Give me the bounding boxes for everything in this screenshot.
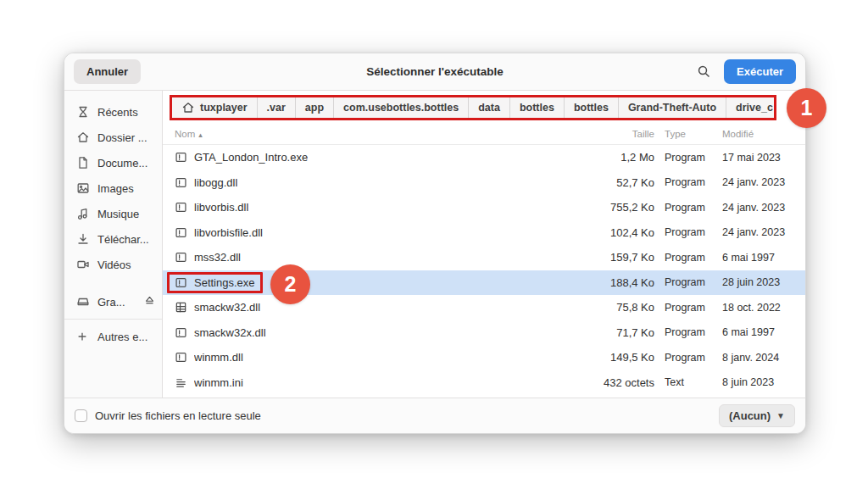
image-icon <box>76 181 90 195</box>
sidebar-item-label: Docume... <box>97 157 147 170</box>
breadcrumb-segment-grand-theft-auto[interactable]: Grand-Theft-Auto <box>619 97 726 118</box>
executable-icon <box>175 326 187 339</box>
breadcrumb-segment-app[interactable]: app <box>296 97 334 118</box>
file-size: 1,2 Mo <box>587 151 654 164</box>
sidebar-item-tlchar[interactable]: Téléchar... <box>64 226 162 252</box>
file-modified: 24 janv. 2023 <box>722 202 793 214</box>
breadcrumb-label: data <box>478 102 500 114</box>
search-icon[interactable] <box>692 60 715 84</box>
titlebar: Annuler Sélectionner l'exécutable Exécut… <box>64 53 805 91</box>
executable-icon <box>175 276 187 289</box>
file-name: winmm.ini <box>194 376 243 389</box>
sidebar: Récents Dossier ... Docume... Images Mus… <box>64 91 163 398</box>
executable-icon <box>175 201 187 214</box>
sidebar-item-images[interactable]: Images <box>64 175 162 201</box>
file-row-mss32-dll[interactable]: mss32.dll 159,7 Ko Program 6 mai 1997 <box>163 245 805 270</box>
breadcrumb-segment-tuxplayer[interactable]: tuxplayer <box>172 97 258 118</box>
file-type: Program <box>665 202 712 214</box>
file-modified: 17 mai 2023 <box>722 152 793 164</box>
drive-icon <box>76 295 90 309</box>
file-size: 75,8 Ko <box>587 301 654 314</box>
readonly-checkbox[interactable] <box>75 409 87 422</box>
breadcrumb-segment-drive-c[interactable]: drive_c <box>726 97 776 118</box>
sidebar-item-label: Téléchar... <box>97 233 149 246</box>
file-size: 149,5 Ko <box>587 351 654 364</box>
video-icon <box>76 258 90 271</box>
breadcrumb-label: drive_c <box>736 102 773 114</box>
file-size: 755,2 Ko <box>587 201 654 214</box>
download-icon <box>76 232 90 246</box>
sidebar-item-label: Dossier ... <box>97 131 147 144</box>
executable-icon <box>175 226 187 239</box>
file-size: 159,7 Ko <box>587 251 654 264</box>
cancel-button[interactable]: Annuler <box>74 59 141 84</box>
file-size: 71,7 Ko <box>587 326 654 339</box>
breadcrumb-segment-data[interactable]: data <box>469 97 510 118</box>
sidebar-item-vidos[interactable]: Vidéos <box>64 252 162 277</box>
executable-icon <box>175 176 187 189</box>
file-name: Settings.exe <box>194 276 255 289</box>
breadcrumb-segment--var[interactable]: .var <box>258 97 296 118</box>
breadcrumb-segment-com-usebottles-bottles[interactable]: com.usebottles.bottles <box>334 97 469 118</box>
file-size: 102,4 Ko <box>587 226 654 239</box>
file-name: mss32.dll <box>194 251 241 264</box>
executable-icon <box>175 251 187 264</box>
annotation-box-filename: Settings.exe <box>167 272 263 293</box>
executable-icon <box>175 351 187 364</box>
breadcrumb-label: tuxplayer <box>200 102 248 114</box>
file-type: Program <box>665 276 712 288</box>
file-modified: 8 juin 2023 <box>722 376 793 388</box>
file-row-winmm-dll[interactable]: winmm.dll 149,5 Ko Program 8 janv. 2024 <box>163 345 805 370</box>
breadcrumb-segment-bottles[interactable]: bottles <box>510 97 565 118</box>
file-row-libvorbis-dll[interactable]: libvorbis.dll 755,2 Ko Program 24 janv. … <box>163 195 805 220</box>
sidebar-item-musique[interactable]: Musique <box>64 201 162 226</box>
file-type: Program <box>665 252 712 264</box>
sidebar-item-dossier[interactable]: Dossier ... <box>64 125 162 150</box>
file-row-winmm-ini[interactable]: winmm.ini 432 octets Text 8 juin 2023 <box>163 370 805 396</box>
file-row-libvorbisfile-dll[interactable]: libvorbisfile.dll 102,4 Ko Program 24 ja… <box>163 220 805 246</box>
sidebar-item-label: Musique <box>97 208 139 220</box>
pathbar-region: tuxplayer.varappcom.usebottles.bottlesda… <box>163 91 805 124</box>
sidebar-item-rcents[interactable]: Récents <box>64 99 162 125</box>
breadcrumb-label: bottles <box>574 102 609 114</box>
text-lines-icon <box>175 376 187 389</box>
sidebar-item-label: Vidéos <box>97 259 131 271</box>
file-size: 188,4 Ko <box>587 276 654 289</box>
execute-button[interactable]: Exécuter <box>724 59 796 84</box>
eject-icon[interactable] <box>144 295 155 309</box>
breadcrumb-label: bottles <box>520 102 554 114</box>
home-icon <box>181 101 195 114</box>
main-pane: tuxplayer.varappcom.usebottles.bottlesda… <box>163 91 805 398</box>
file-type: Program <box>665 302 712 314</box>
sidebar-item-other-locations[interactable]: Autres e... <box>64 324 162 349</box>
file-row-smackw32-dll[interactable]: smackw32.dll 75,8 Ko Program 18 oct. 202… <box>163 295 805 320</box>
document-icon <box>76 156 90 170</box>
filter-dropdown[interactable]: (Aucun) ▼ <box>719 404 795 427</box>
breadcrumb-segment-bottles[interactable]: bottles <box>565 97 619 118</box>
file-row-smackw32x-dll[interactable]: smackw32x.dll 71,7 Ko Program 6 mai 1997 <box>163 320 805 346</box>
file-row-settings-exe[interactable]: Settings.exe 188,4 Ko Program 28 juin 20… <box>163 270 805 296</box>
sidebar-item-label: Gra... <box>97 296 125 309</box>
filter-value: (Aucun) <box>729 409 771 422</box>
column-header-type[interactable]: Type <box>665 129 712 139</box>
action-bar: Ouvrir les fichiers en lecture seule (Au… <box>64 398 805 433</box>
file-row-gta-london-intro-exe[interactable]: GTA_London_Intro.exe 1,2 Mo Program 17 m… <box>163 145 805 170</box>
column-header-name[interactable]: Nom▴ <box>175 129 576 139</box>
file-modified: 6 mai 1997 <box>722 252 793 264</box>
file-name: libogg.dll <box>194 176 237 189</box>
sidebar-item-drive[interactable]: Gra... <box>64 289 162 314</box>
sidebar-item-docume[interactable]: Docume... <box>64 150 162 175</box>
sort-ascending-icon: ▴ <box>198 131 203 139</box>
music-icon <box>76 207 90 220</box>
file-name: smackw32x.dll <box>194 326 266 339</box>
file-name: GTA_London_Intro.exe <box>194 151 308 164</box>
column-header-modified[interactable]: Modifié <box>722 129 793 139</box>
sidebar-item-label: Images <box>97 182 134 195</box>
readonly-label: Ouvrir les fichiers en lecture seule <box>95 409 261 422</box>
file-row-libogg-dll[interactable]: libogg.dll 52,7 Ko Program 24 janv. 2023 <box>163 170 805 196</box>
column-header-size[interactable]: Taille <box>587 129 654 139</box>
list-header: Nom▴ Taille Type Modifié <box>163 124 805 145</box>
sidebar-divider <box>64 319 162 320</box>
annotation-badge-2: 2 <box>270 264 310 304</box>
chevron-down-icon: ▼ <box>776 411 785 420</box>
